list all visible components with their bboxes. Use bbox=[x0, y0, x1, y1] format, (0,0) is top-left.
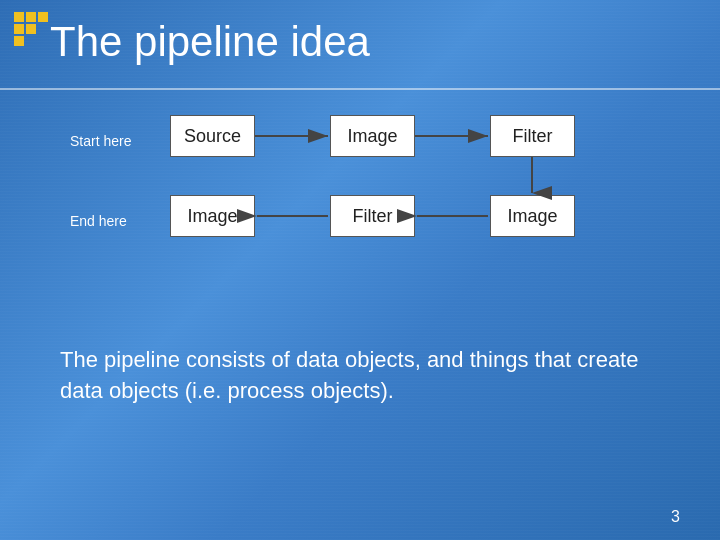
logo-cell-empty bbox=[38, 24, 48, 34]
description-text: The pipeline consists of data objects, a… bbox=[60, 345, 680, 407]
logo-cell bbox=[26, 24, 36, 34]
arrows-svg bbox=[60, 105, 700, 305]
logo-cell bbox=[14, 12, 24, 22]
logo-cell bbox=[14, 24, 24, 34]
logo-cell bbox=[38, 12, 48, 22]
logo-cell bbox=[26, 12, 36, 22]
page-number: 3 bbox=[671, 508, 680, 526]
pipeline-diagram: Start here End here Source Image Filter … bbox=[60, 105, 700, 305]
page-title: The pipeline idea bbox=[50, 18, 370, 66]
logo-cell-empty bbox=[38, 36, 48, 46]
title-divider bbox=[0, 88, 720, 90]
logo-cell bbox=[14, 36, 24, 46]
logo-cell-empty bbox=[26, 36, 36, 46]
logo-grid bbox=[14, 12, 48, 46]
